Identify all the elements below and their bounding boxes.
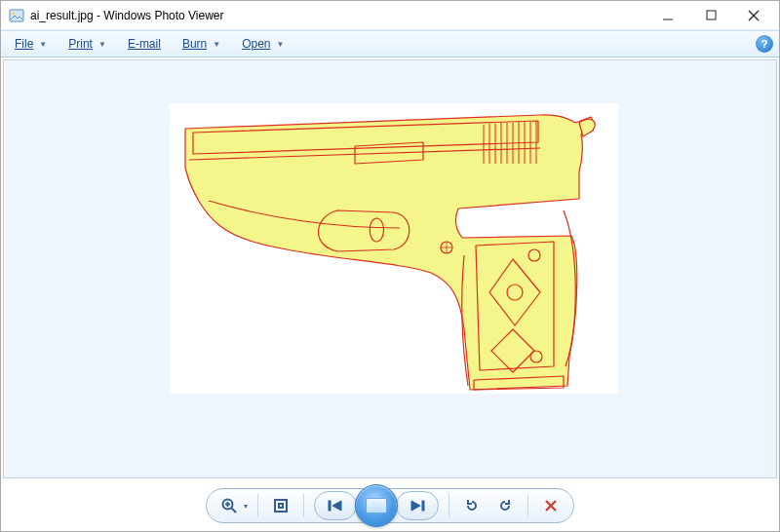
maximize-button[interactable] [689,2,732,29]
menu-email[interactable]: E-mail [122,34,167,54]
minimize-button[interactable] [646,2,689,29]
delete-button[interactable] [538,493,564,518]
chevron-down-icon: ▼ [213,40,220,49]
navigation-cluster [314,484,439,527]
menu-email-label: E-mail [128,37,161,51]
svg-rect-26 [329,501,331,511]
window-title: ai_result.jpg - Windows Photo Viewer [30,9,646,22]
svg-rect-29 [422,501,424,511]
svg-point-1 [13,12,16,15]
slideshow-button[interactable] [355,484,398,527]
svg-rect-25 [275,500,287,512]
menu-print[interactable]: Print▼ [62,34,112,54]
help-button[interactable]: ? [756,35,773,53]
nav-pill-right [396,491,439,520]
toolbar-divider [303,494,304,517]
displayed-image [170,103,618,394]
nav-pill-left [314,491,357,520]
close-button[interactable] [732,2,775,29]
slideshow-icon [366,498,387,513]
help-icon: ? [761,38,768,50]
viewer-toolbar: ▾ [206,488,574,523]
rotate-ccw-button[interactable] [459,493,485,518]
toolbar-divider [527,494,528,517]
chevron-down-icon: ▼ [277,40,285,49]
zoom-button[interactable] [216,493,242,518]
fit-window-button[interactable] [268,493,293,518]
svg-line-22 [232,509,237,513]
menu-file-label: File [15,37,33,51]
toolbar-divider [448,494,449,517]
chevron-down-icon: ▾ [244,502,248,511]
window-titlebar: ai_result.jpg - Windows Photo Viewer [1,1,779,30]
menu-burn-label: Burn [182,37,207,51]
previous-button[interactable] [321,493,350,518]
window-controls [646,2,775,29]
menu-burn[interactable]: Burn▼ [176,34,226,54]
menu-file[interactable]: File▼ [9,34,53,54]
svg-rect-3 [707,11,716,19]
menu-open[interactable]: Open▼ [236,34,290,54]
menu-open-label: Open [242,37,270,51]
rotate-cw-button[interactable] [492,493,518,518]
menu-print-label: Print [68,37,93,51]
menubar: File▼ Print▼ E-mail Burn▼ Open▼ ? [1,30,779,57]
chevron-down-icon: ▼ [39,40,47,49]
svg-marker-27 [332,501,341,511]
chevron-down-icon: ▼ [98,40,106,49]
toolbar-divider [257,494,258,517]
next-button[interactable] [403,493,432,518]
svg-marker-28 [411,501,420,511]
viewer-canvas[interactable] [3,59,777,478]
svg-rect-0 [10,10,23,21]
app-icon [9,8,24,23]
viewer-toolbar-area: ▾ [1,480,779,531]
